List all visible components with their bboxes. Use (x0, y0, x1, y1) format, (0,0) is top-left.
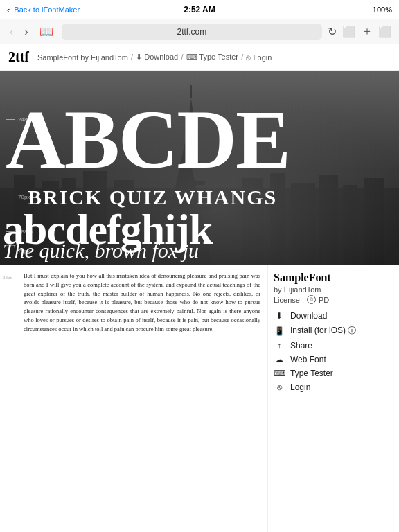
license-pd-icon: © (307, 295, 316, 304)
back-label[interactable]: Back to iFontMaker (14, 6, 80, 14)
sidebar-font-name: SampleFont (274, 272, 391, 284)
download-action[interactable]: ⬇ Download (274, 311, 391, 321)
status-bar: ‹ Back to iFontMaker 2:52 AM 100% (0, 0, 399, 19)
sidebar-author: by EijiandTom (274, 285, 391, 294)
mobile-icon: 📱 (274, 326, 285, 336)
zoom-level: 100% (373, 6, 392, 14)
status-bar-back[interactable]: ‹ Back to iFontMaker (7, 5, 80, 15)
status-bar-right: 100% (373, 6, 392, 14)
site-header: 2ttf SampleFont by EijiandTom / ⬇ Downlo… (0, 44, 399, 71)
site-breadcrumb: SampleFont by EijiandTom / ⬇ Download / … (37, 53, 272, 62)
download-icon: ⬇ (274, 311, 285, 321)
webfont-action[interactable]: ☁ Web Font (274, 355, 391, 364)
url-text: 2ttf.com (177, 27, 206, 37)
back-chevron-icon: ‹ (7, 5, 10, 15)
hero-section: 248px 70px 188px 75px ABCDE BRICK QUIZ W… (0, 71, 399, 265)
sidebar: SampleFont by EijiandTom License : © PD … (267, 265, 399, 532)
text-px-label: 22px (3, 274, 22, 282)
typetester-label: Type Tester (290, 369, 333, 378)
text-column: 22px But I must explain to you how all t… (0, 265, 267, 532)
add-button[interactable]: ＋ (362, 24, 373, 39)
back-button[interactable]: ‹ (7, 24, 16, 39)
hero-text-abcde: ABCDE (0, 98, 399, 181)
install-action[interactable]: 📱 Install (for iOS) ⓘ (274, 325, 391, 337)
site-logo[interactable]: 2ttf (8, 49, 29, 65)
reload-button[interactable]: ↻ (328, 25, 337, 38)
sidebar-license: License : © PD (274, 295, 391, 304)
sep2: / (181, 53, 183, 62)
content-area: 22px But I must explain to you how all t… (0, 265, 399, 532)
status-time: 2:52 AM (184, 5, 215, 15)
body-text: But I must explain to you how all this m… (24, 272, 260, 333)
breadcrumb-font[interactable]: SampleFont by EijiandTom (37, 53, 128, 62)
share-button[interactable]: ⬜ (342, 25, 356, 38)
breadcrumb-download[interactable]: ⬇ Download (136, 53, 178, 62)
share-icon: ↑ (274, 341, 285, 351)
bookmarks-button[interactable]: 📖 (37, 24, 56, 39)
license-type: PD (319, 296, 329, 304)
nav-actions: ↻ ⬜ ＋ ⬜ (328, 24, 392, 39)
download-label: Download (290, 311, 327, 321)
webfont-label: Web Font (290, 355, 326, 364)
sidebar-actions: ⬇ Download 📱 Install (for iOS) ⓘ ↑ Share… (274, 311, 391, 392)
breadcrumb-typetester[interactable]: ⌨ Type Tester (186, 53, 239, 62)
keyboard-icon: ⌨ (274, 369, 285, 378)
sep3: / (241, 53, 243, 62)
url-bar[interactable]: 2ttf.com (62, 24, 322, 40)
share-label: Share (290, 341, 312, 351)
cloud-icon: ☁ (274, 355, 285, 364)
login-icon: ⎋ (274, 382, 285, 392)
license-label: License : (274, 296, 304, 304)
tabs-button[interactable]: ⬜ (378, 25, 392, 38)
hero-text-brick: BRICK QUIZ WHANGS (0, 187, 399, 208)
breadcrumb-login[interactable]: ⎋ Login (246, 53, 272, 62)
login-label: Login (290, 382, 310, 392)
forward-button[interactable]: › (21, 24, 30, 39)
install-label: Install (for iOS) ⓘ (290, 325, 356, 337)
login-action[interactable]: ⎋ Login (274, 382, 391, 392)
hero-text-quick: The quick, brown fox ju (0, 240, 399, 261)
typetester-action[interactable]: ⌨ Type Tester (274, 369, 391, 378)
share-action[interactable]: ↑ Share (274, 341, 391, 351)
sep1: / (131, 53, 133, 62)
nav-bar: ‹ › 📖 2ttf.com ↻ ⬜ ＋ ⬜ (0, 19, 399, 44)
